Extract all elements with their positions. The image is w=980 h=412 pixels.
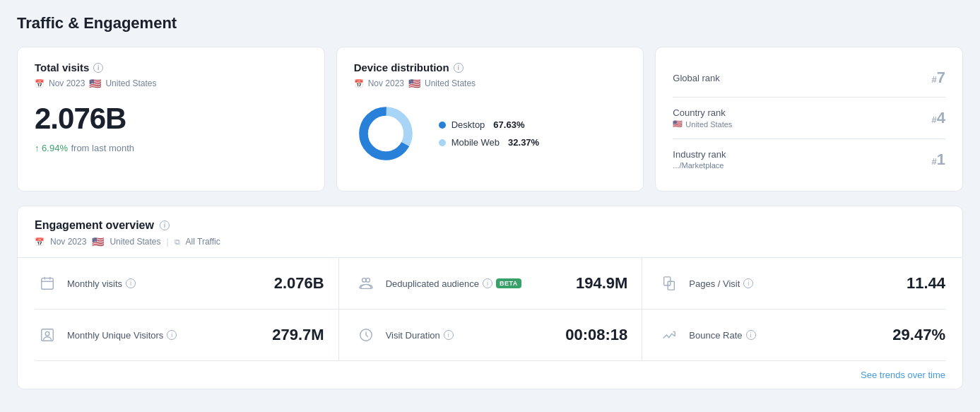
country-rank-sub: 🇺🇸 United States xyxy=(673,119,732,129)
metric-cell-calendar-icon: Monthly visitsi2.076B xyxy=(35,258,338,310)
global-rank-label: Global rank xyxy=(673,73,719,83)
svg-point-2 xyxy=(370,118,401,148)
metric-value-1: 194.9M xyxy=(576,274,627,293)
total-visits-info-icon[interactable]: i xyxy=(93,63,103,73)
global-rank-row: Global rank ##77 xyxy=(673,59,945,98)
metric-info-1[interactable]: i xyxy=(483,278,492,288)
country-rank-row: Country rank 🇺🇸 United States #4 xyxy=(673,98,945,139)
metric-cell-bounce-icon: Bounce Ratei29.47% xyxy=(642,310,945,361)
desktop-legend-item: Desktop 67.63% xyxy=(439,119,540,130)
device-dist-meta: 📅 Nov 2023 🇺🇸 United States xyxy=(354,78,627,89)
engagement-meta: 📅 Nov 2023 🇺🇸 United States | ⧉ All Traf… xyxy=(35,236,945,247)
duration-icon xyxy=(353,322,379,348)
us-flag-icon-4: 🇺🇸 xyxy=(92,236,104,247)
audience-icon xyxy=(353,271,379,296)
total-visits-card: Total visits i 📅 Nov 2023 🇺🇸 United Stat… xyxy=(17,47,325,192)
metric-value-0: 2.076B xyxy=(274,274,324,293)
total-visits-title: Total visits i xyxy=(35,61,307,73)
metric-value-3: 279.7M xyxy=(272,326,324,344)
device-dist-info-icon[interactable]: i xyxy=(454,63,464,73)
metric-cell-audience-icon: Deduplicated audienceiBETA194.9M xyxy=(338,258,642,310)
metric-info-3[interactable]: i xyxy=(167,330,177,340)
mobile-dot xyxy=(439,139,446,146)
svg-point-12 xyxy=(45,331,49,336)
total-visits-meta: 📅 Nov 2023 🇺🇸 United States xyxy=(35,78,307,89)
calendar-icon: 📅 xyxy=(35,79,45,88)
calendar-icon xyxy=(35,271,60,296)
metric-cell-pages-icon: Pages / Visiti11.44 xyxy=(642,258,945,310)
metric-cell-visitors-icon: Monthly Unique Visitorsi279.7M xyxy=(35,310,338,361)
engagement-section: Engagement overview i 📅 Nov 2023 🇺🇸 Unit… xyxy=(17,206,963,389)
metric-info-0[interactable]: i xyxy=(126,278,136,288)
visitors-icon xyxy=(35,322,60,348)
mobile-legend-item: Mobile Web 32.37% xyxy=(439,137,540,148)
copy-icon: ⧉ xyxy=(175,237,180,247)
metric-value-2: 11.44 xyxy=(907,274,945,293)
pages-icon xyxy=(656,271,682,296)
industry-rank-sub: .../Marketplace xyxy=(673,161,726,170)
global-rank-value: ##77 xyxy=(932,69,945,87)
us-flag-icon-2: 🇺🇸 xyxy=(408,78,420,89)
metric-cell-duration-icon: Visit Durationi00:08:18 xyxy=(338,310,642,361)
industry-rank-label: Industry rank xyxy=(673,149,726,160)
calendar-icon-2: 📅 xyxy=(354,79,364,88)
svg-point-8 xyxy=(366,278,370,283)
engagement-header: Engagement overview i 📅 Nov 2023 🇺🇸 Unit… xyxy=(18,206,962,258)
top-cards: Total visits i 📅 Nov 2023 🇺🇸 United Stat… xyxy=(17,47,963,192)
beta-badge: BETA xyxy=(496,278,521,288)
svg-rect-3 xyxy=(42,278,54,290)
device-legend: Desktop 67.63% Mobile Web 32.37% xyxy=(439,119,540,148)
metrics-grid: Monthly visitsi2.076BDeduplicated audien… xyxy=(18,258,962,361)
country-rank-value: #4 xyxy=(932,109,945,127)
metric-info-5[interactable]: i xyxy=(746,330,756,340)
rank-card: Global rank ##77 Country rank 🇺🇸 United … xyxy=(655,47,963,192)
metric-info-4[interactable]: i xyxy=(444,330,454,340)
engagement-title: Engagement overview i xyxy=(35,219,945,232)
industry-rank-value: #1 xyxy=(932,151,945,169)
metric-value-5: 29.47% xyxy=(892,326,945,344)
metric-info-2[interactable]: i xyxy=(743,278,753,288)
engagement-info-icon[interactable]: i xyxy=(160,220,170,230)
industry-rank-row: Industry rank .../Marketplace #1 xyxy=(673,139,945,179)
total-visits-change: ↑ 6.94% from last month xyxy=(35,141,307,154)
device-distribution-card: Device distribution i 📅 Nov 2023 🇺🇸 Unit… xyxy=(336,47,644,192)
us-flag-icon: 🇺🇸 xyxy=(89,78,101,89)
bounce-icon xyxy=(656,322,682,348)
device-dist-title: Device distribution i xyxy=(354,61,627,73)
donut-chart xyxy=(354,102,418,165)
page-title: Traffic & Engagement xyxy=(17,14,963,33)
desktop-dot xyxy=(439,122,446,129)
total-visits-value: 2.076B xyxy=(35,102,307,136)
calendar-icon-3: 📅 xyxy=(35,237,45,247)
svg-point-7 xyxy=(362,278,366,283)
country-rank-label: Country rank xyxy=(673,107,732,118)
see-trends-link[interactable]: See trends over time xyxy=(18,361,962,389)
device-card-content: Desktop 67.63% Mobile Web 32.37% xyxy=(354,102,627,165)
metric-value-4: 00:08:18 xyxy=(565,326,627,344)
us-flag-icon-3: 🇺🇸 xyxy=(673,119,683,129)
